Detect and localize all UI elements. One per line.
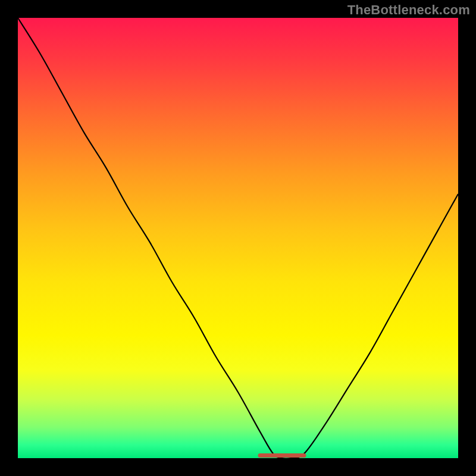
chart-frame: TheBottleneck.com: [0, 0, 476, 476]
bottleneck-curve: [18, 18, 458, 459]
watermark-text: TheBottleneck.com: [347, 2, 470, 18]
plot-area: [18, 18, 458, 458]
chart-svg: [18, 18, 458, 458]
